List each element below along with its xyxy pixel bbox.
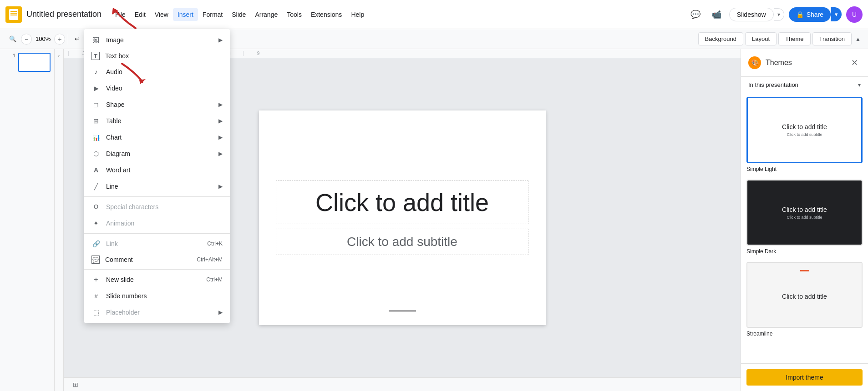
app-logo (5, 6, 22, 23)
theme-preview-simple-dark[interactable]: Click to add title Click to add subtitle (746, 180, 863, 246)
menu-format[interactable]: Format (198, 8, 227, 21)
menu-item-link: 🔗 Link Ctrl+K (84, 236, 230, 252)
toolbar-undo-btn[interactable]: ↩ (71, 34, 83, 44)
slide-title[interactable]: Click to add title (315, 189, 489, 216)
slide-main[interactable]: Click to add title Click to add subtitle (259, 110, 546, 325)
themes-list: Click to add title Click to add subtitle… (741, 93, 868, 363)
themes-footer: Import theme (741, 363, 868, 391)
avatar[interactable]: U (846, 6, 863, 23)
menu-item-comment[interactable]: 💬 Comment Ctrl+Alt+M (84, 252, 230, 267)
table-icon: ⊞ (91, 116, 101, 125)
image-arrow-icon: ▶ (218, 37, 223, 43)
menu-item-word-art[interactable]: A Word art (84, 162, 230, 178)
slide-subtitle-area[interactable]: Click to add subtitle (276, 229, 528, 255)
menu-item-table[interactable]: ⊞ Table ▶ (84, 113, 230, 129)
share-button[interactable]: 🔒 Share (789, 7, 831, 22)
menu-arrange[interactable]: Arrange (250, 8, 282, 21)
menu-label-comment: Comment (105, 256, 197, 263)
slide-number: 1 (13, 53, 15, 58)
toolbar-collapse-btn[interactable]: ▲ (853, 35, 863, 43)
menu-item-new-slide[interactable]: + New slide Ctrl+M (84, 271, 230, 288)
menu-view[interactable]: View (150, 8, 173, 21)
menu-label-table: Table (106, 117, 218, 125)
menu-label-line: Line (106, 183, 218, 190)
diagram-icon: ⬡ (91, 149, 101, 158)
menu-item-audio[interactable]: ♪ Audio (84, 64, 230, 80)
theme-name-simple-dark: Simple Dark (746, 248, 863, 255)
comment-icon-btn[interactable]: 💬 (687, 6, 704, 23)
lock-icon: 🔒 (796, 11, 804, 18)
toolbar-separator-1 (68, 34, 68, 45)
slide-bottom-bar: ⊞ (64, 377, 741, 391)
slide-thumbnail[interactable] (18, 53, 51, 72)
menu-item-text-box[interactable]: T Text box (84, 48, 230, 64)
comment-menu-icon: 💬 (91, 256, 100, 264)
zoom-in-btn[interactable]: + (54, 34, 65, 45)
menu-label-word-art: Word art (106, 166, 223, 174)
menu-tools[interactable]: Tools (282, 8, 306, 21)
menu-label-text-box: Text box (105, 52, 223, 60)
slide-thumb-inner (19, 54, 50, 71)
meet-icon-btn[interactable]: 📹 (708, 6, 725, 23)
menu-label-link: Link (106, 240, 207, 247)
zoom-level[interactable]: 100% (34, 35, 52, 42)
background-btn[interactable]: Background (698, 32, 743, 45)
menu-label-new-slide: New slide (106, 276, 206, 283)
menu-extensions[interactable]: Extensions (306, 8, 346, 21)
theme-preview-streamline[interactable]: Click to add title (746, 262, 863, 328)
share-dropdown[interactable]: ▾ (831, 7, 842, 21)
menu-item-image[interactable]: 🖼 Image ▶ (84, 32, 230, 48)
animation-icon: ✦ (91, 219, 101, 228)
import-theme-button[interactable]: Import theme (746, 369, 863, 386)
document-title[interactable]: Untitled presentation (26, 10, 102, 19)
menu-item-placeholder: ⬚ Placeholder ▶ (84, 304, 230, 321)
link-shortcut: Ctrl+K (207, 241, 223, 247)
theme-item-streamline[interactable]: Click to add title Streamline (746, 262, 863, 337)
menu-sep-1 (84, 196, 230, 197)
top-bar: Untitled presentation File Edit View Ins… (0, 0, 868, 29)
layout-btn[interactable]: Layout (745, 32, 777, 45)
theme-preview-subtitle-dark: Click to add subtitle (787, 215, 822, 220)
theme-preview-simple-light[interactable]: Click to add title Click to add subtitle (746, 97, 863, 163)
theme-item-simple-dark[interactable]: Click to add title Click to add subtitle… (746, 180, 863, 255)
themes-icon: 🎨 (748, 56, 761, 69)
theme-btn[interactable]: Theme (778, 32, 810, 45)
menu-item-line[interactable]: ╱ Line ▶ (84, 178, 230, 195)
menu-item-shape[interactable]: ◻ Shape ▶ (84, 96, 230, 113)
menu-item-diagram[interactable]: ⬡ Diagram ▶ (84, 145, 230, 162)
theme-name-streamline: Streamline (746, 331, 863, 337)
theme-preview-inner-light: Click to add title Click to add subtitle (748, 98, 861, 162)
menu-item-chart[interactable]: 📊 Chart ▶ (84, 129, 230, 145)
panel-toggle[interactable]: ‹ (55, 49, 64, 391)
theme-name-simple-light: Simple Light (746, 166, 863, 172)
menu-label-special-chars: Special characters (106, 203, 223, 211)
placeholder-icon: ⬚ (91, 308, 101, 317)
menu-edit[interactable]: Edit (130, 8, 150, 21)
themes-close-button[interactable]: ✕ (848, 56, 861, 69)
themes-section[interactable]: In this presentation ▾ (741, 77, 868, 93)
link-icon: 🔗 (91, 239, 101, 248)
menu-slide[interactable]: Slide (227, 8, 250, 21)
word-art-icon: A (91, 165, 101, 175)
menu-label-chart: Chart (106, 134, 218, 141)
transition-btn[interactable]: Transition (812, 32, 852, 45)
chart-arrow-icon: ▶ (218, 134, 223, 140)
slide-title-area[interactable]: Click to add title (276, 180, 528, 224)
slideshow-dropdown[interactable]: ▾ (774, 8, 784, 21)
zoom-out-btn[interactable]: − (21, 34, 32, 45)
shape-icon: ◻ (91, 100, 101, 109)
themes-section-label: In this presentation (748, 81, 858, 88)
theme-item-simple-light[interactable]: Click to add title Click to add subtitle… (746, 97, 863, 172)
grid-view-btn[interactable]: ⊞ (69, 378, 82, 391)
menu-file[interactable]: File (111, 8, 130, 21)
line-icon: ╱ (91, 182, 101, 191)
toolbar-zoom-icon[interactable]: 🔍 (5, 34, 20, 44)
menu-item-slide-numbers[interactable]: # Slide numbers (84, 288, 230, 304)
menu-item-video[interactable]: ▶ Video (84, 80, 230, 96)
menu-insert[interactable]: Insert (173, 8, 198, 21)
menu-label-diagram: Diagram (106, 150, 218, 157)
slide-subtitle[interactable]: Click to add subtitle (347, 235, 457, 249)
menu-help[interactable]: Help (346, 8, 369, 21)
menu-label-slide-numbers: Slide numbers (106, 292, 223, 300)
slideshow-button[interactable]: Slideshow (729, 8, 774, 21)
